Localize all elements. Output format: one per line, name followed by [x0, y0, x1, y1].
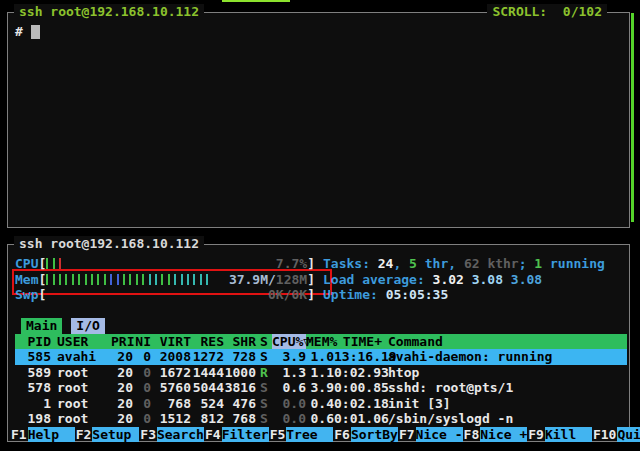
user: root	[51, 411, 111, 427]
pri: 20	[111, 396, 133, 412]
col-mem[interactable]: MEM%	[306, 334, 334, 350]
user: root	[51, 396, 111, 412]
command: sshd: root@pts/1	[382, 380, 627, 396]
fkey-label: F1	[10, 427, 28, 443]
screen: { "colors":{"accent_green":"#8cc22d","he…	[0, 0, 640, 451]
shr: 768	[224, 411, 256, 427]
terminal-pane-bottom[interactable]: ssh root@192.168.10.112 CPU[7.7%] Tasks:…	[7, 244, 630, 442]
fkey-label: F6	[333, 427, 351, 443]
col-pri[interactable]: PRI	[111, 334, 133, 350]
ni: 0	[133, 365, 151, 381]
meter-bar-green	[53, 274, 55, 285]
thread-count: 5	[409, 256, 417, 271]
col-ni[interactable]: NI	[133, 334, 151, 350]
tasks-stats: Tasks: 24, 5 thr, 62 kthr; 1 running	[323, 256, 605, 272]
uptime-value: 05:05:35	[386, 287, 449, 302]
htop-app: CPU[7.7%] Tasks: 24, 5 thr, 62 kthr; 1 r…	[15, 256, 627, 442]
col-time[interactable]: TIME+	[334, 334, 382, 350]
swap-meter-bars	[46, 287, 268, 302]
uptime-stats: Uptime: 05:05:35	[323, 287, 448, 303]
res: 1444	[191, 365, 224, 381]
col-shr[interactable]: SHR	[224, 334, 256, 350]
mem-pct: 3.9	[306, 380, 334, 396]
fkey-help[interactable]: F1Help	[10, 427, 75, 443]
mem-pct: 1.1	[306, 365, 334, 381]
time: 0:01.06	[334, 411, 382, 427]
mem-pct: 0.4	[306, 396, 334, 412]
scroll-label: SCROLL:	[492, 4, 547, 19]
col-state[interactable]: S	[256, 334, 272, 350]
fkey-action: Help	[28, 427, 75, 443]
meter-bar-green	[161, 274, 163, 285]
col-virt[interactable]: VIRT	[151, 334, 191, 350]
mem-pct: 1.0	[306, 349, 334, 365]
scrollbar[interactable]	[631, 13, 634, 222]
cpu-bracket-close: ]	[307, 256, 315, 272]
pid: 578	[15, 380, 51, 396]
top-pane-title-row: ssh root@192.168.10.112 SCROLL: 0/102	[14, 4, 623, 20]
fkey-nice-minus[interactable]: F7Nice -	[398, 427, 463, 443]
tab-io[interactable]: I/O	[71, 318, 104, 334]
meter-bar-green	[123, 274, 125, 285]
tasks-label: Tasks:	[323, 256, 378, 271]
fkey-tree[interactable]: F5Tree	[269, 427, 334, 443]
cpu-pct: 1.3	[272, 365, 306, 381]
cpu-pct: 0.0	[272, 411, 306, 427]
bottom-pane-title: ssh root@192.168.10.112	[14, 236, 204, 252]
time: 13:16.19	[334, 349, 382, 365]
virt: 768	[151, 396, 191, 412]
scroll-value: 0/102	[563, 4, 602, 19]
user: root	[51, 380, 111, 396]
mem-meter-line: Mem[37.9M/128M] Load average: 3.02 3.08 …	[15, 272, 627, 288]
fkey-setup[interactable]: F2Setup	[75, 427, 140, 443]
process-row[interactable]: 1 root 20 0 768 524 476 S 0.0 0.4 0:02.1…	[15, 396, 627, 412]
process-table-header: PID USER PRI NI VIRT RES SHR S CPU%▽ MEM…	[15, 334, 627, 350]
process-row[interactable]: 578 root 20 0 5760 5044 3816 S 0.6 3.9 0…	[15, 380, 627, 396]
tab-main[interactable]: Main	[21, 318, 62, 334]
res: 5044	[191, 380, 224, 396]
command: htop	[382, 365, 627, 381]
meter-bar-green	[136, 274, 138, 285]
meter-bar-green	[53, 258, 55, 269]
scroll-indicator: SCROLL: 0/102	[487, 4, 607, 20]
fkey-search[interactable]: F3Search	[139, 427, 204, 443]
fkey-filter[interactable]: F4Filter	[204, 427, 269, 443]
load-1min: 3.02	[433, 272, 472, 287]
fkey-action: Filter	[222, 427, 269, 443]
swap-bracket-close: ]	[307, 287, 315, 303]
pid: 1	[15, 396, 51, 412]
kthread-count: 62 kthr	[464, 256, 519, 271]
load-5min: 3.08	[472, 272, 511, 287]
col-command[interactable]: Command	[382, 334, 627, 350]
fkey-kill[interactable]: F9Kill	[527, 427, 592, 443]
fkey-action: Setup	[92, 427, 139, 443]
meter-bar-cyan	[181, 274, 183, 285]
fkey-action: Nice +	[480, 427, 527, 443]
col-res[interactable]: RES	[191, 334, 224, 350]
mem-total-value: 128M	[276, 272, 307, 288]
fkey-nice-plus[interactable]: F8Nice +	[463, 427, 528, 443]
process-row[interactable]: 589 root 20 0 1672 1444 1000 R 1.3 1.1 0…	[15, 365, 627, 381]
meter-bar-green	[65, 274, 67, 285]
ni: 0	[133, 380, 151, 396]
terminal-pane-top[interactable]: ssh root@192.168.10.112 SCROLL: 0/102 #	[7, 12, 630, 228]
fkey-sortby[interactable]: F6SortBy	[333, 427, 398, 443]
command: /sbin/syslogd -n	[382, 411, 627, 427]
shell-prompt[interactable]: #	[15, 24, 40, 40]
col-pid[interactable]: PID	[15, 334, 51, 350]
ni: 0	[133, 411, 151, 427]
mem-meter-bars	[46, 272, 229, 287]
fkey-action: SortBy	[351, 427, 398, 443]
text-cursor	[31, 25, 40, 39]
state: R	[256, 365, 272, 381]
col-user[interactable]: USER	[51, 334, 111, 350]
process-row[interactable]: 198 root 20 0 1512 812 768 S 0.0 0.6 0:0…	[15, 411, 627, 427]
process-row-selected[interactable]: 585 avahi 20 0 2008 1272 728 S 3.9 1.0 1…	[15, 349, 627, 365]
swap-meter-value: 0K/0K	[268, 287, 307, 303]
cpu-meter-bars	[46, 256, 276, 271]
meter-bar-blue	[117, 274, 119, 285]
fkey-quit[interactable]: F10Quit	[592, 427, 640, 443]
col-cpu-sort[interactable]: CPU%▽	[272, 334, 306, 350]
fkey-label: F10	[592, 427, 617, 443]
htop-tabs: Main I/O	[15, 318, 627, 334]
